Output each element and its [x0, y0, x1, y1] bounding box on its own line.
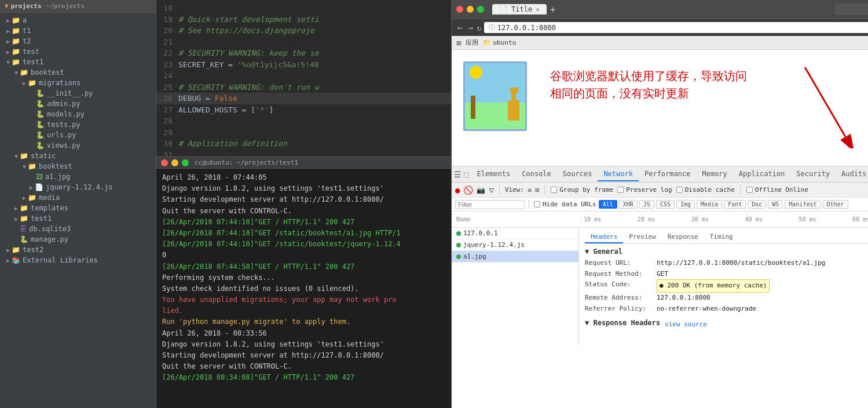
tree-item-test1[interactable]: ▼ 📁 test1: [0, 57, 156, 67]
tree-item-init[interactable]: 🐍 __init__.py: [0, 88, 156, 99]
tree-item-jquery[interactable]: ▶ 📄 jquery-1.12.4.js: [0, 182, 156, 192]
details-tabs: Headers Preview Response Timing: [585, 231, 868, 244]
disable-cache-checkbox[interactable]: [676, 187, 683, 193]
term-line-8: 0: [162, 250, 445, 261]
bookmark-apps[interactable]: 应用: [466, 38, 478, 47]
tree-item-a1jpg[interactable]: 🖼 a1.jpg: [0, 172, 156, 182]
view-source-link[interactable]: view source: [665, 320, 707, 328]
devtools-expand-icon[interactable]: ☰: [454, 170, 462, 179]
hide-data-urls-checkbox[interactable]: [534, 201, 540, 207]
filter-tag-other[interactable]: Other: [823, 200, 848, 209]
tab-close-button[interactable]: ✕: [536, 6, 540, 13]
filter-tag-js[interactable]: JS: [639, 200, 654, 209]
giraffe-neck: [511, 92, 516, 103]
refresh-button[interactable]: ↻: [477, 23, 481, 32]
new-tab-button[interactable]: +: [550, 4, 556, 15]
tab-bar: 📄 Title ✕ +: [492, 4, 555, 15]
filter-tag-font[interactable]: Font: [724, 200, 746, 209]
tree-item-urls[interactable]: 🐍 urls.py: [0, 130, 156, 140]
file-icon-db: 🗄: [20, 225, 27, 233]
details-tab-headers[interactable]: Headers: [585, 231, 623, 243]
preserve-log-checkbox[interactable]: [617, 187, 624, 193]
forward-button[interactable]: →: [467, 22, 475, 33]
tree-item-templates[interactable]: ▶ 📁 templates: [0, 203, 156, 213]
sim-image: [463, 61, 527, 131]
label-templates: templates: [31, 204, 68, 212]
tree-item-test[interactable]: ▶ 📁 test: [0, 46, 156, 57]
tree-item-dbsqlite3[interactable]: 🗄 db.sqlite3: [0, 224, 156, 234]
tab-performance[interactable]: Performance: [639, 167, 696, 181]
view-tree-icon[interactable]: ⊞: [535, 186, 539, 194]
image-display: [452, 50, 539, 166]
filter-tag-ws[interactable]: WS: [768, 200, 783, 209]
code-editor: 18 19# Quick-start development setti 20#…: [156, 0, 452, 156]
network-item-a1jpg[interactable]: a1.jpg: [452, 251, 578, 263]
tab-network[interactable]: Network: [598, 167, 639, 181]
browser-tab-active[interactable]: 📄 Title ✕: [492, 4, 547, 14]
request-url-value: http://127.0.0.1:8000/static/booktest/a1…: [657, 258, 825, 269]
arrow-jquery: ▶: [28, 184, 35, 191]
filter-tag-img[interactable]: Img: [676, 200, 695, 209]
tree-item-booktest[interactable]: ▼ 📁 booktest: [0, 67, 156, 78]
arrow-media: ▶: [21, 195, 28, 201]
tree-item-a[interactable]: ▶ 📁 a: [0, 15, 156, 26]
term-line-22: [26/Apr/2018 08:34:08]"GET / HTTP/1.1" 2…: [162, 372, 445, 383]
group-by-frame-checkbox[interactable]: [551, 187, 557, 193]
tab-console[interactable]: Console: [516, 167, 557, 181]
camera-icon[interactable]: 📷: [477, 186, 485, 194]
bookmark-ubuntu[interactable]: 📁 ubuntu: [483, 39, 516, 46]
tree-item-booktest2[interactable]: ▼ 📁 booktest: [0, 161, 156, 172]
address-bar[interactable]: ⓘ 127.0.0.1:8000: [484, 22, 868, 33]
tab-sources[interactable]: Sources: [557, 167, 598, 181]
view-list-icon[interactable]: ≡: [528, 186, 532, 194]
devtools-inspect-icon[interactable]: ⬚: [464, 170, 468, 179]
details-panel: Headers Preview Response Timing ▼ Genera…: [579, 228, 868, 345]
tab-security[interactable]: Security: [790, 167, 836, 181]
filter-tag-css[interactable]: CSS: [656, 200, 675, 209]
details-tab-timing[interactable]: Timing: [704, 231, 739, 243]
tree-item-tests[interactable]: 🐍 tests.py: [0, 119, 156, 130]
timeline-name-header: Name: [454, 216, 581, 223]
tree-item-migrations[interactable]: ▶ 📁 migrations: [0, 78, 156, 88]
filter-button[interactable]: ▽: [489, 185, 493, 195]
filter-tag-xhr[interactable]: XHR: [619, 200, 638, 209]
tree-item-media[interactable]: ▶ 📁 media: [0, 192, 156, 203]
network-item-jquery[interactable]: jquery-1.12.4.js: [452, 239, 578, 251]
details-tab-response[interactable]: Response: [662, 231, 704, 243]
filter-tag-all[interactable]: All: [599, 200, 617, 209]
filter-tag-doc[interactable]: Doc: [748, 200, 766, 209]
tree-item-managepy[interactable]: 🐍 manage.py: [0, 234, 156, 245]
tab-memory[interactable]: Memory: [696, 167, 733, 181]
tree-item-test2[interactable]: ▶ 📁 test2: [0, 245, 156, 255]
tree-item-models[interactable]: 🐍 models.py: [0, 109, 156, 119]
tree-item-static[interactable]: ▼ 📁 static: [0, 151, 156, 161]
tab-elements[interactable]: Elements: [471, 167, 516, 181]
code-line-28: 28: [156, 115, 451, 127]
filter-tag-manifest[interactable]: Manifest: [785, 200, 821, 209]
file-icon-tests: 🐍: [36, 121, 45, 129]
tree-item-t2[interactable]: ▶ 📁 t2: [0, 36, 156, 46]
terminal-body[interactable]: April 26, 2018 - 07:44:05 Django version…: [156, 169, 451, 387]
tree-item-views[interactable]: 🐍 views.py: [0, 140, 156, 151]
label-dbsqlite3: db.sqlite3: [29, 225, 71, 233]
term-line-1: April 26, 2018 - 07:44:05: [162, 172, 445, 183]
tree-item-t1[interactable]: ▶ 📁 t1: [0, 26, 156, 36]
record-button[interactable]: ●: [455, 185, 460, 195]
tab-application[interactable]: Application: [733, 167, 790, 181]
tree-item-extlibs[interactable]: ▶ 📚 External Libraries: [0, 255, 156, 265]
code-line-25: 25# SECURITY WARNING: don't run w: [156, 82, 451, 93]
tree-item-test1sub[interactable]: ▶ 📁 test1: [0, 213, 156, 224]
tree-item-admin[interactable]: 🐍 admin.py: [0, 99, 156, 109]
network-item-root[interactable]: 127.0.0.1: [452, 228, 578, 239]
file-tree-header: ▼ projects ~/projects: [0, 0, 156, 13]
clear-button[interactable]: 🚫: [463, 185, 473, 195]
back-button[interactable]: ←: [456, 22, 464, 33]
tl-30ms: 30 ms: [691, 216, 709, 223]
devtools-tabs: ☰ ⬚ Elements Console Sources Network Per…: [452, 166, 868, 183]
filter-input[interactable]: [455, 200, 525, 209]
details-tab-preview[interactable]: Preview: [623, 231, 661, 243]
file-icon-jquery: 📄: [35, 183, 43, 191]
filter-tag-media[interactable]: Media: [697, 200, 722, 209]
offline-checkbox[interactable]: [746, 187, 753, 193]
tab-audits[interactable]: Audits: [836, 167, 868, 181]
